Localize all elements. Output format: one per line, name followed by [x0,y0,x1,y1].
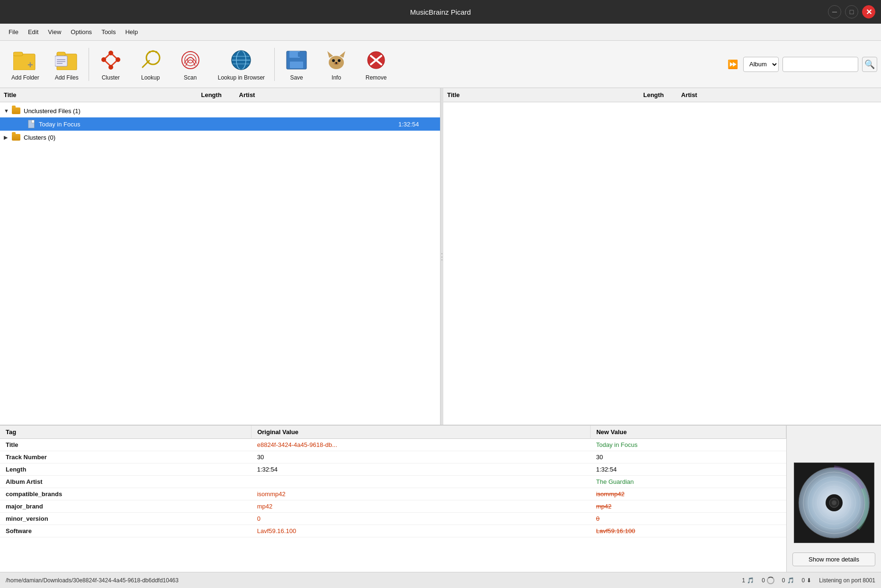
menu-tools[interactable]: Tools [97,27,120,37]
toolbar: + Add Folder Add Files [0,41,881,88]
menu-edit[interactable]: Edit [23,27,43,37]
menu-bar: File Edit View Options Tools Help [0,24,881,41]
lookup-browser-button[interactable]: Lookup in Browser [210,44,272,85]
tag-cell: Track Number [0,451,252,463]
lookup-label: Lookup [141,74,160,81]
menu-options[interactable]: Options [66,27,97,37]
list-item[interactable]: ▼ Unclustered Files (1) [0,104,440,117]
list-item[interactable]: ▶ Clusters (0) [0,131,440,144]
search-input[interactable] [782,57,858,72]
svg-rect-33 [290,62,303,68]
add-folder-icon: + [13,48,37,72]
new-value-cell: Today in Focus [590,439,786,451]
col-new-value: New Value [590,426,786,439]
toolbar-expand-button[interactable]: ⏩ [726,58,739,71]
new-value-cell: 1:32:54 [590,463,786,476]
cd-disc [796,465,872,541]
new-value-cell: 0 [590,513,786,525]
folder-icon [11,106,21,116]
tag-cell: Album Artist [0,476,252,488]
maximize-button[interactable]: □ [845,5,858,18]
tree-toggle-clusters[interactable]: ▶ [4,134,11,141]
pending-count-value: 0 [762,577,765,584]
cluster-label: Cluster [102,74,120,81]
minimize-button[interactable]: ─ [828,5,841,18]
original-value-cell: 30 [252,451,591,463]
panel-splitter[interactable] [440,88,443,425]
clusters-label: Clusters (0) [24,134,398,141]
original-value-cell: mp42 [252,500,591,513]
show-more-details-button[interactable]: Show more details [792,552,875,566]
add-folder-label: Add Folder [11,74,39,81]
add-files-button[interactable]: Add Files [47,44,87,85]
cluster-icon [99,48,123,72]
original-value-cell: e8824f-3424-4a45-9618-db... [252,439,591,451]
right-col-artist: Artist [681,91,877,98]
status-file-count: 1 🎵 [742,577,754,584]
info-button[interactable]: Info [316,44,356,85]
status-track-count: 0 🎵 [782,577,794,584]
scan-button[interactable]: Scan [171,44,210,85]
file-panels: Title Length Artist ▼ Unclustered Files … [0,88,881,425]
left-panel-header: Title Length Artist [0,88,440,102]
right-panel-header: Title Length Artist [443,88,881,102]
cluster-button[interactable]: Cluster [91,44,131,85]
download-icon: ⬇ [807,577,811,584]
add-files-label: Add Files [55,74,79,81]
tag-cell: compatible_brands [0,488,252,500]
album-art [794,463,874,543]
left-col-artist: Artist [239,91,437,98]
left-col-title: Title [4,91,201,98]
svg-rect-1 [13,52,23,56]
svg-point-41 [335,62,337,64]
left-panel: Title Length Artist ▼ Unclustered Files … [0,88,440,425]
svg-rect-34 [298,52,301,57]
status-bar: /home/damian/Downloads/30e8824f-3424-4a4… [0,572,881,588]
menu-help[interactable]: Help [120,27,143,37]
status-download-count: 0 ⬇ [802,577,812,584]
menu-view[interactable]: View [43,27,66,37]
svg-text:+: + [27,60,33,70]
right-panel-content [443,102,881,425]
menu-file[interactable]: File [4,27,23,37]
toolbar-separator-1 [89,48,89,81]
lookup-button[interactable]: Lookup [131,44,171,85]
lookup-browser-icon [229,48,253,72]
remove-button[interactable]: Remove [356,44,396,85]
bottom-section: Tag Original Value New Value Titlee8824f… [0,425,881,572]
add-folder-button[interactable]: + Add Folder [4,44,47,85]
svg-marker-36 [327,51,333,58]
svg-point-13 [108,51,113,55]
title-bar: MusicBrainz Picard ─ □ ✕ [0,0,881,24]
info-icon [324,48,349,72]
svg-point-52 [832,500,836,505]
file-icon [27,119,36,129]
left-panel-content: ▼ Unclustered Files (1) Today in Focus 1… [0,102,440,425]
new-value-cell: 30 [590,451,786,463]
table-row: major_brandmp42mp42 [0,500,786,513]
svg-point-15 [116,57,120,62]
svg-point-14 [101,57,106,62]
svg-marker-37 [340,51,345,58]
svg-rect-5 [55,56,67,66]
tag-cell: Length [0,463,252,476]
album-select[interactable]: Album Track [743,57,779,72]
save-button[interactable]: Save [277,44,316,85]
close-button[interactable]: ✕ [862,5,875,18]
svg-point-16 [108,65,113,70]
svg-rect-4 [57,52,65,56]
table-row: compatible_brandsisommp42isommp42 [0,488,786,500]
remove-label: Remove [366,74,387,81]
remove-icon [364,48,388,72]
status-pending-count: 0 [762,577,774,584]
list-item[interactable]: Today in Focus 1:32:54 [0,117,440,131]
toolbar-right: ⏩ Album Track 🔍 [726,57,877,72]
original-value-cell: Lavf59.16.100 [252,525,591,537]
table-row: Length1:32:541:32:54 [0,463,786,476]
tree-toggle-unclustered[interactable]: ▼ [4,108,11,114]
svg-point-18 [146,51,160,64]
tag-cell: Software [0,525,252,537]
search-button[interactable]: 🔍 [862,57,877,72]
col-tag: Tag [0,426,252,439]
save-label: Save [290,74,303,81]
